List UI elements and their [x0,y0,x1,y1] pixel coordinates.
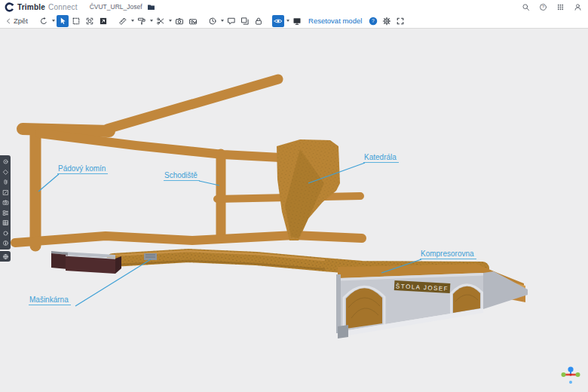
gear-icon [382,17,391,26]
viewer-toolbar: ZpětResetovat model? [0,14,588,29]
models-panel[interactable] [2,158,9,165]
clash-panel[interactable] [2,230,9,237]
user-icon [574,3,582,11]
reset-model-link[interactable]: Resetovat model [308,17,362,25]
model-3d-scene[interactable]: ŠTOLA JOSEF [0,29,588,392]
trimble-brand: Trimble Connect [5,2,78,12]
viewer-help-button[interactable]: ? [367,15,379,27]
globe-icon [2,253,9,260]
lock-button[interactable] [253,15,265,27]
annotation-kompresorovna[interactable]: Kompresorovna [420,250,476,259]
help-button[interactable]: ? [538,2,547,11]
dashed-rect-icon [72,17,81,26]
markup-icon [137,17,146,26]
split-tool[interactable] [155,15,167,27]
info-icon [2,240,9,247]
paperclip-icon [2,179,9,185]
web-panel[interactable] [2,253,9,260]
back-label: Zpět [14,17,28,25]
cards-icon [2,210,9,216]
copy-button[interactable] [239,15,251,27]
search-button[interactable] [521,2,530,11]
back-button[interactable]: Zpět [3,17,31,25]
arrow-left-icon [5,17,12,25]
svg-text:?: ? [372,18,375,23]
fullscreen-icon [396,17,405,26]
camera-icon [175,17,184,26]
comment-icon [227,17,236,26]
attachments-panel[interactable] [2,179,9,185]
folder-icon[interactable] [147,3,155,11]
eye-icon [274,17,283,26]
model-viewport[interactable]: ŠTOLA JOSEF Pádový komín Schodiště Kated… [0,29,588,392]
portal-left-pillar [336,274,341,333]
web-panel[interactable] [0,251,11,262]
chamber-katedrala[interactable] [277,139,340,240]
snapshots-panel[interactable] [2,199,9,206]
organizer-panel[interactable] [2,210,9,216]
history-button[interactable] [207,15,219,27]
svg-text:?: ? [541,5,544,9]
apps-grid-button[interactable] [556,2,565,11]
visibility-button-caret[interactable] [285,15,290,27]
lock-icon [254,17,263,26]
tunnel-bottom-long[interactable] [15,235,362,243]
brand-suffix: Connect [48,3,78,11]
undo-button[interactable] [38,15,50,27]
app-header: Trimble Connect ČVUT_URL_Josef ? [0,0,588,14]
scissors-icon [156,17,165,26]
info-panel[interactable] [2,240,9,247]
axis-gizmo[interactable] [562,366,580,384]
help-outline-icon: ? [539,3,547,11]
apps-grid-icon [556,3,565,11]
help-filled-icon: ? [369,17,378,26]
measure-tool[interactable] [117,15,129,27]
target-icon [2,158,9,165]
views-panel[interactable] [2,169,9,176]
markup-tool-caret[interactable] [149,15,154,27]
markup-tool[interactable] [136,15,148,27]
measure-icon [118,17,127,26]
table-icon [2,219,9,226]
brand-name: Trimble [17,3,45,11]
fullscreen-button[interactable] [394,15,406,27]
viewer-side-toolbar [0,155,11,250]
tunnel-upper-diagonal[interactable] [107,79,278,129]
marquee-zoom-tool[interactable] [84,15,96,27]
visibility-button[interactable] [272,15,284,27]
trimble-logo-icon [5,2,14,12]
crop-frame-icon [85,17,94,26]
clock-icon [208,17,217,26]
copy-icon [240,17,250,26]
settings-button[interactable] [381,15,393,27]
snapshot-save-tool[interactable] [187,15,199,27]
search-icon [522,3,530,11]
undo-button-caret[interactable] [51,15,56,27]
section-tool[interactable] [97,15,109,27]
snapshot-tool[interactable] [173,15,185,27]
project-name: ČVUT_URL_Josef [90,3,142,11]
tables-panel[interactable] [2,219,9,226]
monitor-icon [292,17,302,26]
annotation-padovy-komin[interactable]: Pádový komín [57,164,108,174]
edit-note-icon [2,189,9,196]
annotation-schodiste[interactable]: Schodiště [164,171,200,181]
project-tab[interactable]: ČVUT_URL_Josef [90,3,155,11]
user-button[interactable] [573,2,582,11]
annotation-masinkarna[interactable]: Mašinkárna [29,296,71,305]
box-select-tool[interactable] [70,15,82,27]
camera-check-icon [188,17,198,26]
history-button-caret[interactable] [219,15,225,27]
split-tool-caret[interactable] [167,15,173,27]
camera-icon [2,199,9,206]
display-button[interactable] [291,15,303,27]
diamond-icon [2,169,9,176]
annotation-katedrala[interactable]: Katedrála [363,153,399,163]
header-actions: ? [521,2,582,11]
measure-tool-caret[interactable] [130,15,135,27]
todos-panel[interactable] [2,189,9,196]
comment-button[interactable] [225,15,237,27]
select-tool[interactable] [57,15,69,27]
portal-stola-josef[interactable]: ŠTOLA JOSEF [336,264,528,338]
box-arrow-icon [99,17,108,26]
